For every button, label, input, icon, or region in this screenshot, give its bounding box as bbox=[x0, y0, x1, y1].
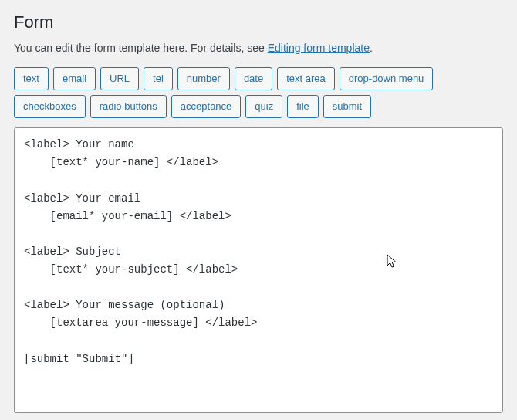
tag-quiz-button[interactable]: quiz bbox=[245, 95, 282, 118]
tag-dropdown-button[interactable]: drop-down menu bbox=[340, 67, 434, 90]
tag-radio-button[interactable]: radio buttons bbox=[90, 95, 167, 118]
page-title: Form bbox=[14, 12, 503, 32]
tag-url-button[interactable]: URL bbox=[100, 67, 139, 90]
form-template-editor[interactable] bbox=[14, 127, 503, 413]
tag-email-button[interactable]: email bbox=[53, 67, 96, 90]
description-prefix: You can edit the form template here. For… bbox=[14, 42, 268, 54]
tag-textarea-button[interactable]: text area bbox=[277, 67, 335, 90]
tag-number-button[interactable]: number bbox=[177, 67, 230, 90]
tag-file-button[interactable]: file bbox=[287, 95, 319, 118]
tag-submit-button[interactable]: submit bbox=[323, 95, 371, 118]
description-suffix: . bbox=[370, 42, 373, 54]
tag-text-button[interactable]: text bbox=[14, 67, 49, 90]
tag-generator-buttons: text email URL tel number date text area… bbox=[14, 67, 503, 118]
tag-checkboxes-button[interactable]: checkboxes bbox=[14, 95, 86, 118]
description: You can edit the form template here. For… bbox=[14, 40, 503, 56]
tag-date-button[interactable]: date bbox=[235, 67, 272, 90]
tag-tel-button[interactable]: tel bbox=[144, 67, 173, 90]
tag-acceptance-button[interactable]: acceptance bbox=[171, 95, 242, 118]
editing-form-template-link[interactable]: Editing form template bbox=[268, 42, 370, 54]
